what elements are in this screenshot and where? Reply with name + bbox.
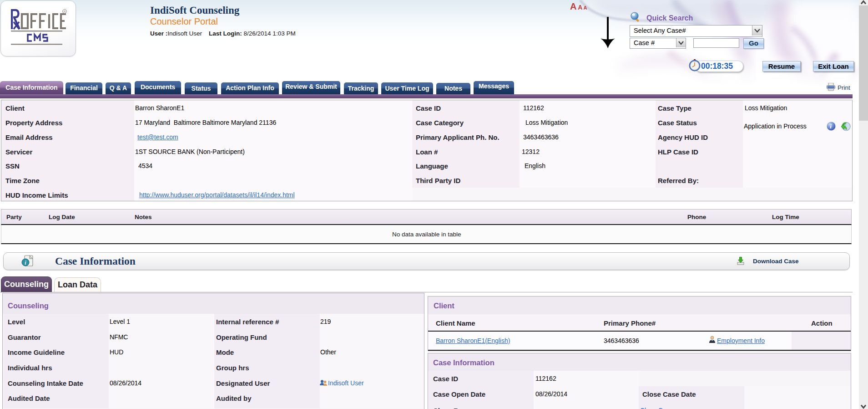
svg-text:R: R [64,10,66,13]
svg-text:i: i [830,123,832,130]
